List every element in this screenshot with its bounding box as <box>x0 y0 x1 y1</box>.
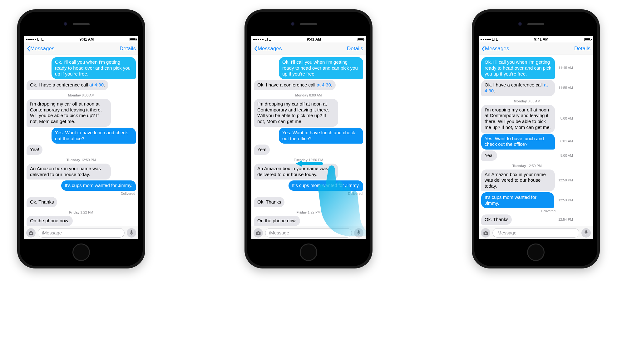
message-row: It's cups mom wanted for Jimmy. <box>27 180 136 191</box>
received-bubble[interactable]: Yea! <box>481 150 497 161</box>
battery-icon <box>357 38 364 41</box>
sent-bubble[interactable]: Yes. Want to have lunch and check out th… <box>279 128 363 144</box>
message-timestamp: 8:00 AM <box>555 154 573 158</box>
delivered-label: Delivered <box>27 192 136 196</box>
status-bar: LTE 9:41 AM <box>251 36 366 42</box>
received-bubble[interactable]: Ok. I have a conference call at 4:30. <box>27 80 108 90</box>
message-timestamp: 12:50 PM <box>557 178 573 183</box>
sent-bubble[interactable]: It's cups mom wanted for Jimmy. <box>481 192 554 209</box>
received-bubble[interactable]: Ok. Thanks <box>481 214 512 225</box>
details-button[interactable]: Details <box>120 46 136 52</box>
signal-dots-icon <box>26 39 36 40</box>
message-row: I'm dropping my car off at noon at Conte… <box>481 105 573 133</box>
delivered-label: Delivered <box>254 192 363 196</box>
chevron-left-icon <box>27 46 30 52</box>
time-link[interactable]: at 4:30 <box>317 82 331 87</box>
message-row: It's cups mom wanted for Jimmy.12:53 PM <box>481 192 573 209</box>
message-input[interactable]: iMessage <box>38 228 125 238</box>
back-label: Messages <box>30 46 54 52</box>
message-row: An Amazon box in your name was delivered… <box>254 164 363 180</box>
back-button[interactable]: Messages <box>27 46 54 52</box>
home-button[interactable] <box>527 243 545 261</box>
phone-mockup: LTE 9:41 AM Messages DetailsOk, I'll cal… <box>244 9 373 268</box>
message-row: Ok. Thanks <box>27 197 136 207</box>
received-bubble[interactable]: Yea! <box>254 145 270 155</box>
home-button[interactable] <box>300 243 317 261</box>
back-label: Messages <box>258 46 282 52</box>
message-timestamp: 11:55 AM <box>557 86 573 90</box>
received-bubble[interactable]: An Amazon box in your name was delivered… <box>481 170 555 191</box>
chevron-left-icon <box>481 46 485 52</box>
carrier-label: LTE <box>37 37 44 42</box>
delivered-label: Delivered <box>481 209 573 214</box>
back-button[interactable]: Messages <box>254 46 282 52</box>
message-row: On the phone now. <box>254 216 363 226</box>
signal-dots-icon <box>481 39 491 40</box>
message-list[interactable]: Ok, I'll call you when I'm getting ready… <box>24 55 138 226</box>
camera-icon[interactable] <box>254 228 263 238</box>
message-input[interactable]: iMessage <box>492 228 579 238</box>
microphone-icon[interactable] <box>127 228 136 238</box>
received-bubble[interactable]: On the phone now. <box>254 216 300 226</box>
day-timestamp: Friday 1:22 PM <box>254 210 363 215</box>
received-bubble[interactable]: Ok. I have a conference call at 4:30. <box>254 80 336 90</box>
day-timestamp: Tuesday 12:50 PM <box>481 164 573 168</box>
message-row: Ok. Thanks12:54 PM <box>481 214 573 225</box>
sent-bubble[interactable]: Yes. Want to have lunch and check out th… <box>481 134 555 150</box>
time-link[interactable]: at 4:30 <box>485 82 548 93</box>
message-timestamp: 12:53 PM <box>556 198 573 203</box>
chevron-left-icon <box>254 46 258 52</box>
day-timestamp: Monday 8:00 AM <box>254 93 363 98</box>
status-time: 9:41 AM <box>80 37 94 42</box>
sent-bubble[interactable]: Yes. Want to have lunch and check out th… <box>52 128 136 144</box>
received-bubble[interactable]: Yea! <box>27 145 42 155</box>
details-button[interactable]: Details <box>347 46 363 52</box>
svg-point-0 <box>30 232 32 234</box>
battery-icon <box>584 38 591 41</box>
day-timestamp: Tuesday 12:50 PM <box>254 158 363 162</box>
received-bubble[interactable]: Ok. I have a conference call at 4:30. <box>481 80 555 96</box>
back-button[interactable]: Messages <box>481 46 509 52</box>
sent-bubble[interactable]: Ok, I'll call you when I'm getting ready… <box>481 57 555 79</box>
phone-mockup: LTE 9:41 AM Messages DetailsOk, I'll cal… <box>472 9 600 268</box>
sent-bubble[interactable]: Ok, I'll call you when I'm getting ready… <box>279 57 363 79</box>
camera-icon[interactable] <box>26 228 36 238</box>
sent-bubble[interactable]: Ok, I'll call you when I'm getting ready… <box>52 57 136 79</box>
microphone-icon[interactable] <box>581 228 591 238</box>
received-bubble[interactable]: An Amazon box in your name was delivered… <box>254 164 338 180</box>
home-button[interactable] <box>72 243 90 261</box>
received-bubble[interactable]: On the phone now. <box>27 216 73 226</box>
message-row: An Amazon box in your name was delivered… <box>27 164 136 180</box>
received-bubble[interactable]: I'm dropping my car off at noon at Conte… <box>27 99 111 127</box>
message-row: Ok. I have a conference call at 4:30. <box>27 80 136 90</box>
input-bar: iMessage <box>251 226 366 239</box>
status-bar: LTE 9:41 AM <box>479 36 593 42</box>
message-timestamp: 12:54 PM <box>555 218 573 222</box>
received-bubble[interactable]: Ok. Thanks <box>27 197 57 207</box>
status-time: 9:41 AM <box>307 37 321 42</box>
message-list[interactable]: Ok, I'll call you when I'm getting ready… <box>479 55 593 226</box>
received-bubble[interactable]: I'm dropping my car off at noon at Conte… <box>254 99 338 127</box>
received-bubble[interactable]: I'm dropping my car off at noon at Conte… <box>481 105 555 133</box>
day-timestamp: Monday 8:00 AM <box>481 99 573 104</box>
carrier-label: LTE <box>492 37 498 42</box>
message-row: It's cups mom wanted for Jimmy. <box>254 180 363 191</box>
sent-bubble[interactable]: It's cups mom wanted for Jimmy. <box>289 180 363 191</box>
message-row: Yea! <box>254 145 363 155</box>
received-bubble[interactable]: Ok. Thanks <box>254 197 284 207</box>
details-button[interactable]: Details <box>574 46 590 52</box>
time-link[interactable]: at 4:30 <box>89 82 104 87</box>
received-bubble[interactable]: An Amazon box in your name was delivered… <box>27 164 111 180</box>
status-time: 9:41 AM <box>534 37 549 42</box>
message-timestamp: 8:00 AM <box>557 116 573 121</box>
svg-rect-3 <box>358 230 360 233</box>
message-input[interactable]: iMessage <box>265 228 352 238</box>
sent-bubble[interactable]: It's cups mom wanted for Jimmy. <box>61 180 136 191</box>
microphone-icon[interactable] <box>354 228 363 238</box>
message-list[interactable]: Ok, I'll call you when I'm getting ready… <box>251 55 366 226</box>
message-row: Ok, I'll call you when I'm getting ready… <box>254 57 363 79</box>
message-row: Ok, I'll call you when I'm getting ready… <box>481 57 573 79</box>
battery-icon <box>130 38 136 41</box>
camera-icon[interactable] <box>481 228 490 238</box>
message-row: Yes. Want to have lunch and check out th… <box>27 128 136 144</box>
